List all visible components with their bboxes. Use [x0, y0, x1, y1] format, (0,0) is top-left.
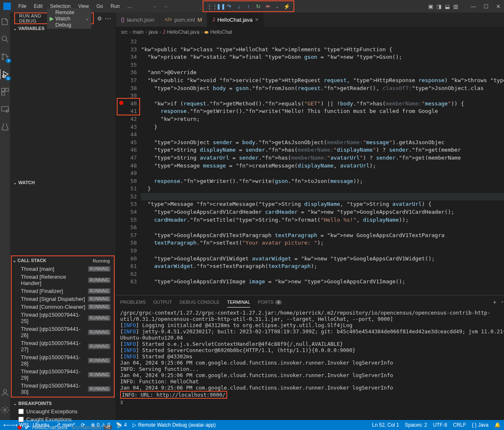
status-sync[interactable]: ⟳	[81, 422, 85, 428]
status-ports[interactable]: 📡 4	[116, 422, 127, 428]
restart-icon[interactable]: ↻	[255, 3, 261, 10]
thread-row[interactable]: Thread [qtp1500079441-25]RUNNING	[12, 311, 114, 325]
bp-caught-checkbox[interactable]	[18, 417, 24, 422]
debug-settings-icon[interactable]: ⚙	[97, 15, 102, 22]
source-control-icon[interactable]: 7	[0, 52, 10, 62]
menu-edit[interactable]: Edit	[30, 2, 46, 11]
panel-tabs: PROBLEMS OUTPUT DEBUG CONSOLE TERMINAL P…	[116, 295, 504, 309]
layout-icon-3[interactable]: ⬓	[445, 3, 450, 10]
svg-point-0	[2, 36, 7, 41]
breakpoints-header[interactable]: ⌄BREAKPOINTS	[10, 399, 115, 408]
close-tab-icon[interactable]: ×	[255, 16, 258, 23]
status-problems[interactable]: ⊗ 0 ⚠ 0	[91, 422, 110, 428]
watch-body	[10, 187, 115, 255]
thread-row[interactable]: Thread [qtp1500079441-30]RUNNING	[12, 382, 114, 396]
variables-section-header[interactable]: ⌄VARIABLES	[10, 24, 115, 32]
window-maximize-icon[interactable]: ☐	[484, 3, 489, 10]
status-language[interactable]: { } Java	[472, 422, 489, 428]
callstack-section: ⌄ CALL STACK Running Thread [main]RUNNIN…	[11, 255, 115, 398]
status-indent[interactable]: Spaces: 2	[405, 422, 427, 428]
terminal-output[interactable]: /grpc/grpc-context/1.27.2/grpc-context-1…	[116, 309, 504, 420]
debug-toolbar: ⋮⋮ ❚❚ ↷ ↓ ↑ ↻ ⚮ ⌄ ⚡	[203, 0, 294, 12]
status-cursor-position[interactable]: Ln 52, Col 1	[372, 422, 399, 428]
step-into-icon[interactable]: ↓	[236, 3, 242, 10]
window-close-icon[interactable]: ✕	[496, 3, 501, 10]
bottom-panel: PROBLEMS OUTPUT DEBUG CONSOLE TERMINAL P…	[116, 295, 504, 420]
terminal-dropdown-icon[interactable]: ⌄	[501, 299, 504, 305]
line-gutter[interactable]: 3233343536373839404142434445464748495051…	[116, 37, 141, 295]
thread-row[interactable]: Thread [Common-Cleaner]RUNNING	[12, 303, 114, 311]
nav-forward-icon[interactable]: →	[163, 3, 168, 10]
svg-point-11	[4, 409, 6, 411]
new-terminal-icon[interactable]: +	[493, 299, 496, 305]
svg-rect-7	[2, 92, 5, 95]
layout-icon-4[interactable]: ▥	[453, 3, 458, 10]
callstack-status: Running	[93, 258, 110, 263]
menu-more[interactable]: …	[124, 2, 135, 11]
code-editor[interactable]: "kw">public "kw">class "type">HelloChat …	[141, 37, 504, 295]
svg-rect-8	[2, 107, 9, 111]
panel-tab-problems[interactable]: PROBLEMS	[120, 297, 145, 307]
menu-run[interactable]: Run	[107, 2, 123, 11]
scm-badge: 7	[6, 59, 11, 63]
svg-point-10	[3, 390, 6, 392]
thread-row[interactable]: Thread [Finalizer]RUNNING	[12, 287, 114, 295]
bp-uncaught-exceptions[interactable]: Uncaught Exceptions	[10, 408, 115, 415]
breadcrumbs[interactable]: src› main› java› J HelloChat.java› ⬬ Hel…	[116, 27, 504, 37]
status-debug-session[interactable]: ▷ Remote Watch Debug (avatar-app)	[133, 422, 216, 428]
status-notifications-icon[interactable]: 🔔	[494, 422, 501, 428]
run-debug-icon[interactable]: 1	[0, 69, 10, 79]
debug-sidebar: RUN AND DEBUG ▶ Remote Watch Debug ⌄ ⚙ ⋯…	[10, 12, 116, 420]
explorer-icon[interactable]	[0, 17, 10, 27]
chevron-down-icon: ⌄	[85, 16, 89, 21]
thread-row[interactable]: Thread [qtp1500079441-27]RUNNING	[12, 339, 114, 353]
bp-uncaught-checkbox[interactable]	[18, 409, 24, 414]
layout-icon-1[interactable]: ▣	[428, 3, 433, 10]
drag-handle-icon[interactable]: ⋮⋮	[207, 3, 213, 10]
nav-back-icon[interactable]: ←	[152, 3, 158, 10]
thread-row[interactable]: Thread [qtp1500079441-26]RUNNING	[12, 325, 114, 339]
status-eol[interactable]: CRLF	[453, 422, 466, 428]
panel-tab-ports[interactable]: PORTS4	[258, 297, 281, 307]
step-out-icon[interactable]: ↑	[245, 3, 252, 10]
watch-section-header[interactable]: ⌄WATCH	[10, 178, 115, 187]
status-encoding[interactable]: UTF-8	[433, 422, 447, 428]
callstack-header[interactable]: ⌄ CALL STACK Running	[12, 256, 114, 265]
settings-gear-icon[interactable]	[0, 405, 10, 415]
thread-row[interactable]: Thread [qtp1500079441-29]RUNNING	[12, 368, 114, 382]
layout-icon-2[interactable]: ◨	[436, 3, 441, 10]
vscode-logo-icon	[3, 2, 11, 10]
search-icon[interactable]	[0, 34, 10, 44]
extensions-icon[interactable]	[0, 87, 10, 97]
accounts-icon[interactable]	[0, 388, 10, 398]
thread-row[interactable]: Thread [qtp1500079441-28]RUNNING	[12, 353, 114, 368]
remote-explorer-icon[interactable]	[0, 104, 10, 114]
tab-pom-xml[interactable]: </>pom.xmlM	[160, 12, 207, 27]
panel-tab-debug-console[interactable]: DEBUG CONSOLE	[180, 297, 220, 307]
svg-point-3	[7, 56, 8, 58]
panel-tab-terminal[interactable]: TERMINAL	[227, 297, 251, 308]
variables-body	[10, 32, 115, 178]
activity-bar: 7 1	[0, 12, 10, 420]
tab-hellochat-java[interactable]: JHelloChat.java×	[207, 12, 264, 27]
svg-rect-5	[2, 88, 5, 91]
disconnect-icon[interactable]: ⚮	[264, 3, 271, 10]
thread-row[interactable]: Thread [Signal Dispatcher]RUNNING	[12, 295, 114, 303]
chevron-down-icon[interactable]: ⌄	[274, 4, 281, 9]
step-over-icon[interactable]: ↷	[226, 3, 233, 10]
thread-row[interactable]: Thread [Reference Handler]RUNNING	[12, 273, 114, 287]
pause-icon[interactable]: ❚❚	[216, 3, 223, 10]
status-branch[interactable]: ⎇ main*	[55, 422, 75, 428]
hot-reload-icon[interactable]: ⚡	[283, 3, 290, 10]
thread-row[interactable]: Thread [main]RUNNING	[12, 265, 114, 273]
menu-file[interactable]: File	[15, 2, 30, 11]
editor-tabs: {}launch.json </>pom.xmlM JHelloChat.jav…	[116, 12, 504, 27]
tab-launch-json[interactable]: {}launch.json	[116, 12, 160, 27]
more-actions-icon[interactable]: ⋯	[105, 15, 111, 22]
panel-tab-output[interactable]: OUTPUT	[153, 297, 172, 307]
start-debug-icon[interactable]: ▶	[50, 15, 54, 22]
status-remote[interactable]: ⟵⟶ WSL: Ubuntu	[3, 422, 49, 428]
testing-icon[interactable]	[0, 122, 10, 132]
window-minimize-icon[interactable]: —	[471, 3, 476, 10]
menu-go[interactable]: Go	[93, 2, 106, 11]
